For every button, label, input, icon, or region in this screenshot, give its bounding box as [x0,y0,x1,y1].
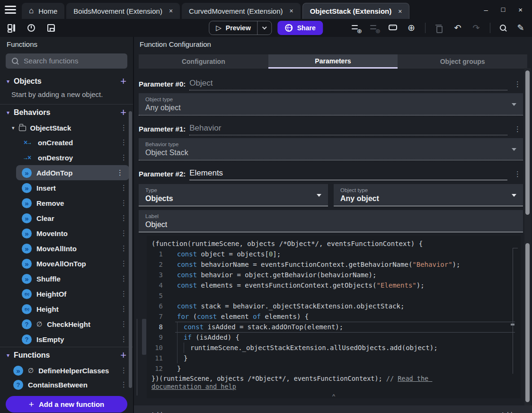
tab-label: Parameters [315,57,351,65]
editor-resize-hint[interactable]: ^ [147,391,521,398]
maximize-button[interactable]: □ [501,6,505,14]
caret-down-icon[interactable]: ▾ [7,352,9,359]
sidebar-item-oncreated[interactable]: ×→onCreated⋮ [0,135,133,150]
bottom-strip: Add... Add... [134,405,532,413]
sidebar-item-shuffle[interactable]: »Shuffle⋮ [0,271,133,286]
item-menu-icon[interactable]: ⋮ [120,335,127,343]
parameter-1-name-input[interactable]: Behavior [189,123,507,135]
behavior-group-objectstack[interactable]: ▾ ObjectStack ⋮ [0,121,133,135]
parameters-scrollbar[interactable] [524,68,531,239]
sidebar-scrollbar[interactable] [129,111,132,388]
search-icon[interactable] [499,24,507,32]
close-button[interactable]: × [518,6,523,14]
sidebar-item-addontop[interactable]: »AddOnTop⋮ [16,165,129,180]
toolbar-left-group [7,23,56,33]
sidebar-item-heightof[interactable]: f(x)HeightOf⋮ [0,286,133,301]
titlebar: ⌂HomeBoidsMovement (Extension)×CurvedMov… [0,0,532,19]
play-icon: ▷ [216,24,222,32]
item-menu-icon[interactable]: ⋮ [120,274,127,283]
item-menu-icon[interactable]: ⋮ [120,229,127,237]
add-comment-icon[interactable] [388,23,398,33]
section-objects[interactable]: ▾ Objects + [0,73,133,89]
sidebar-item-isempty[interactable]: ?IsEmpty⋮ [0,332,133,347]
sidebar-item-ondestroy[interactable]: →×onDestroy⋮ [0,150,133,165]
code-editor[interactable]: (function(runtimeScene, objects /*Object… [134,236,532,402]
sidebar-item-moveallinto[interactable]: »MoveAllInto⋮ [0,241,133,256]
add-more-events-icon[interactable]: ⊕ [407,23,416,33]
add-object-button[interactable]: + [120,77,126,86]
parameter-2-label-field[interactable]: Label Object [139,210,523,232]
item-menu-icon[interactable]: ⋮ [120,290,127,298]
sidebar-item-checkheight[interactable]: ?∅CheckHeight⋮ [0,316,133,332]
preview-options-button[interactable] [258,27,272,29]
item-menu-icon[interactable]: ⋮ [120,244,127,253]
caret-down-icon[interactable]: ▾ [12,125,15,131]
tab-configuration[interactable]: Configuration [139,54,268,69]
item-menu-icon[interactable]: ⋮ [120,366,127,375]
preview-button[interactable]: ▷ Preview [209,24,257,32]
parameter-2-object-type-select[interactable]: Object type Any object [334,184,523,206]
tab-boidsmovement-extension[interactable]: BoidsMovement (Extension)× [66,3,180,19]
sidebar-item-definehelperclasses[interactable]: »∅DefineHelperClasses⋮ [0,363,133,378]
parameter-0-object-type-select[interactable]: Object type Any object [139,93,523,115]
sidebar-item-remove[interactable]: »Remove⋮ [0,195,133,211]
add-new-function-button[interactable]: + Add a new function [6,396,127,413]
undo-icon[interactable]: ↶ [453,23,462,33]
item-menu-icon[interactable]: ⋮ [120,153,127,162]
tab-close-icon[interactable]: × [288,7,293,15]
tab-label: BoidsMovement (Extension) [73,7,162,15]
group-menu-icon[interactable]: ⋮ [120,123,127,132]
add-event-icon[interactable] [351,23,361,33]
expression-icon: f(x) [22,289,32,299]
parameter-1-behavior-type-select[interactable]: Behavior type Object Stack [139,138,523,160]
history-icon[interactable] [27,23,36,33]
item-menu-icon[interactable]: ⋮ [116,168,124,177]
add-function-plus-button[interactable]: + [120,351,126,360]
parameter-2-menu-icon[interactable]: ⋮ [514,170,521,180]
sidebar-item-clear[interactable]: »Clear⋮ [0,211,133,226]
editor-tabs: ⌂HomeBoidsMovement (Extension)×CurvedMov… [22,0,409,19]
parameter-2-type-select[interactable]: Type Objects [139,184,328,206]
sidebar-item-containsbetween[interactable]: ?ContainsBetween⋮ [0,378,133,392]
sidebar-item-height[interactable]: f(x)Height⋮ [0,301,133,316]
item-menu-icon[interactable]: ⋮ [120,320,127,328]
item-menu-icon[interactable]: ⋮ [120,184,127,192]
menu-icon[interactable] [5,4,16,16]
tab-parameters[interactable]: Parameters [268,54,398,69]
sidebar-item-moveallontop[interactable]: »MoveAllOnTop⋮ [0,256,133,271]
item-menu-icon[interactable]: ⋮ [120,380,127,389]
tab-home[interactable]: ⌂Home [22,3,64,19]
section-functions[interactable]: ▾ Functions + [0,347,133,363]
tab-object-groups[interactable]: Object groups [398,54,527,69]
save-icon[interactable] [46,23,56,33]
panels-layout-icon[interactable] [7,23,16,33]
share-button[interactable]: Share [278,21,323,35]
minimize-button[interactable]: – [484,6,488,14]
item-menu-icon[interactable]: ⋮ [120,305,127,313]
section-behaviors[interactable]: ▾ Behaviors + [0,105,133,121]
behavior-function-list: ×→onCreated⋮→×onDestroy⋮»AddOnTop⋮»Inser… [0,135,133,347]
tab-curvedmovement-extension[interactable]: CurvedMovement (Extension)× [182,3,301,19]
code-line-4: 4const elements = eventsFunctionContext.… [147,280,521,290]
search-input[interactable] [24,57,122,65]
item-menu-icon[interactable]: ⋮ [120,214,127,222]
sidebar-item-insert[interactable]: »Insert⋮ [0,180,133,195]
parameter-1-menu-icon[interactable]: ⋮ [514,125,521,135]
parameter-0-name-input[interactable]: Object [189,79,507,90]
parameter-0-menu-icon[interactable]: ⋮ [514,80,521,90]
item-menu-icon[interactable]: ⋮ [120,199,127,207]
caret-down-icon[interactable]: ▾ [7,109,9,116]
sidebar-item-moveinto[interactable]: »MoveInto⋮ [0,226,133,241]
tab-close-icon[interactable]: × [167,7,173,15]
tab-objectstack-extension[interactable]: ObjectStack (Extension)× [302,3,410,19]
parameter-2-name-input[interactable]: Elements [189,168,507,180]
caret-down-icon[interactable]: ▾ [7,78,9,85]
tab-close-icon[interactable]: × [396,8,402,15]
edit-extension-icon[interactable]: ✎ [516,23,525,33]
item-label: onCreated [38,139,115,147]
code-editor-surface[interactable]: (function(runtimeScene, objects /*Object… [147,236,521,398]
code-scrollbar[interactable] [524,239,531,405]
item-menu-icon[interactable]: ⋮ [120,259,127,268]
add-behavior-button[interactable]: + [120,108,126,117]
item-menu-icon[interactable]: ⋮ [120,138,127,147]
